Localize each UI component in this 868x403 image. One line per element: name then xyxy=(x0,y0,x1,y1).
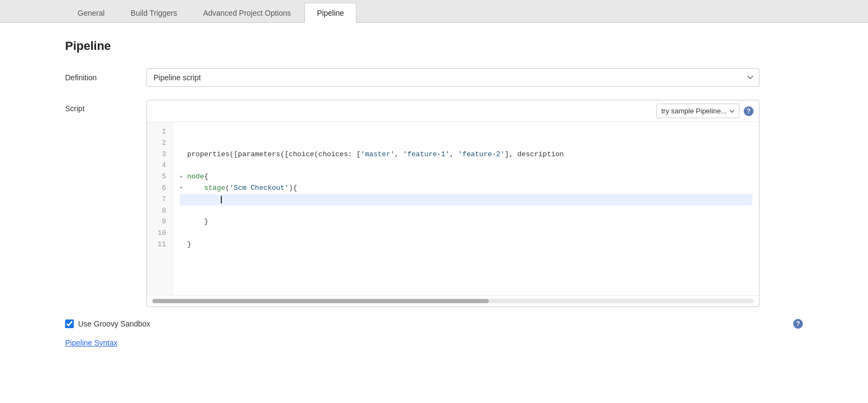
groovy-sandbox-help-icon[interactable]: ? xyxy=(793,319,803,329)
code-line-11: } xyxy=(180,239,752,251)
definition-select[interactable]: Pipeline script Pipeline script from SCM xyxy=(146,68,760,87)
line-numbers: 1 2 3 4 5 6 7 8 9 10 11 xyxy=(147,122,173,295)
tab-pipeline[interactable]: Pipeline xyxy=(304,3,356,23)
code-line-1 xyxy=(180,126,752,138)
page-title: Pipeline xyxy=(65,39,803,53)
tab-build-triggers[interactable]: Build Triggers xyxy=(118,3,190,23)
code-line-5: ▾node{ xyxy=(180,171,752,183)
code-line-7 xyxy=(180,194,752,206)
groovy-checkbox-wrapper: Use Groovy Sandbox xyxy=(65,319,150,328)
groovy-sandbox-checkbox[interactable] xyxy=(65,319,74,328)
code-line-9: } xyxy=(180,216,752,228)
code-editor[interactable]: 1 2 3 4 5 6 7 8 9 10 11 xyxy=(147,121,759,295)
definition-label: Definition xyxy=(65,73,146,82)
scrollbar-thumb[interactable] xyxy=(152,299,489,303)
script-help-icon[interactable]: ? xyxy=(744,106,754,116)
code-line-4 xyxy=(180,160,752,171)
code-line-3: properties([parameters([choice(choices: … xyxy=(180,149,752,161)
code-line-8 xyxy=(180,206,752,217)
groovy-sandbox-help-wrapper: ? xyxy=(793,319,803,329)
main-content: Pipeline Definition Pipeline script Pipe… xyxy=(0,23,868,363)
code-line-10 xyxy=(180,228,752,239)
script-toolbar: try sample Pipeline... Hello World GitHu… xyxy=(147,100,759,121)
tab-advanced-project-options[interactable]: Advanced Project Options xyxy=(190,3,303,23)
sample-pipeline-select[interactable]: try sample Pipeline... Hello World GitHu… xyxy=(656,104,739,118)
code-line-2 xyxy=(180,138,752,149)
script-container: try sample Pipeline... Hello World GitHu… xyxy=(146,100,760,307)
page-wrapper: General Build Triggers Advanced Project … xyxy=(0,0,868,403)
groovy-sandbox-row: Use Groovy Sandbox ? xyxy=(65,319,803,329)
code-line-6: ▾ stage('Scm Checkout'){ xyxy=(180,183,752,194)
script-row: Script try sample Pipeline... Hello Worl… xyxy=(65,100,803,307)
pipeline-syntax-link[interactable]: Pipeline Syntax xyxy=(65,338,118,347)
script-label: Script xyxy=(65,100,146,113)
definition-row: Definition Pipeline script Pipeline scri… xyxy=(65,68,803,87)
scrollbar-track[interactable] xyxy=(152,299,754,303)
code-content[interactable]: properties([parameters([choice(choices: … xyxy=(173,122,759,295)
tabs-bar: General Build Triggers Advanced Project … xyxy=(0,0,868,23)
groovy-sandbox-label: Use Groovy Sandbox xyxy=(78,319,150,328)
tab-general[interactable]: General xyxy=(65,3,117,23)
scrollbar-area xyxy=(147,295,759,306)
